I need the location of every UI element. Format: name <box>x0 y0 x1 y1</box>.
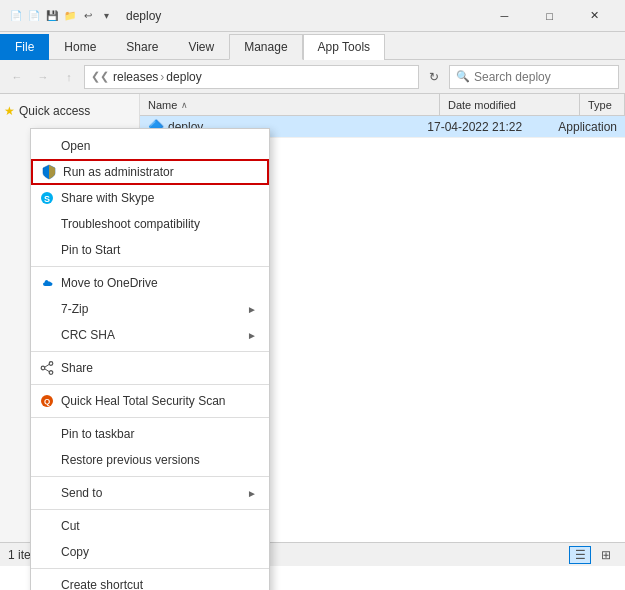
cm-troubleshoot[interactable]: Troubleshoot compatibility <box>31 211 269 237</box>
col-header-type[interactable]: Type <box>580 94 625 116</box>
svg-text:Q: Q <box>44 397 50 406</box>
search-input[interactable] <box>474 70 612 84</box>
col-header-name[interactable]: Name ∧ <box>140 94 440 116</box>
cm-sep-2 <box>31 351 269 352</box>
cm-pin-start-icon <box>39 242 55 258</box>
cm-sep-7 <box>31 568 269 569</box>
cm-share-label: Share <box>61 361 257 375</box>
cm-sep-1 <box>31 266 269 267</box>
file-type-cell: Application <box>550 120 625 134</box>
tb-icon-1: 📄 <box>8 8 24 24</box>
refresh-button[interactable]: ↻ <box>423 66 445 88</box>
cm-restore-icon <box>39 452 55 468</box>
cm-crc-sha[interactable]: CRC SHA ► <box>31 322 269 348</box>
close-button[interactable]: ✕ <box>572 0 617 32</box>
sidebar-quick-access[interactable]: ★ Quick access <box>0 100 139 122</box>
cm-pin-start[interactable]: Pin to Start <box>31 237 269 263</box>
cm-open-icon <box>39 138 55 154</box>
cm-cut[interactable]: Cut <box>31 513 269 539</box>
breadcrumb-deploy[interactable]: deploy <box>166 70 201 84</box>
star-icon: ★ <box>4 104 15 118</box>
cm-share-skype-label: Share with Skype <box>61 191 257 205</box>
cm-open-label: Open <box>61 139 257 153</box>
tab-home[interactable]: Home <box>49 34 111 60</box>
dropdown-icon[interactable]: ▾ <box>98 8 114 24</box>
file-list-header: Name ∧ Date modified Type <box>140 94 625 116</box>
cm-restore-label: Restore previous versions <box>61 453 257 467</box>
cm-pin-start-label: Pin to Start <box>61 243 257 257</box>
up-button[interactable]: ↑ <box>58 66 80 88</box>
cm-quick-heal-label: Quick Heal Total Security Scan <box>61 394 257 408</box>
address-icon: ❮❮ <box>91 70 109 83</box>
forward-button[interactable]: → <box>32 66 54 88</box>
skype-icon: S <box>39 190 55 206</box>
cm-create-shortcut[interactable]: Create shortcut <box>31 572 269 590</box>
tab-file[interactable]: File <box>0 34 49 60</box>
cm-copy-label: Copy <box>61 545 257 559</box>
tb-icon-2: 📄 <box>26 8 42 24</box>
context-menu: Open Run as administrator S Share with S… <box>30 128 270 590</box>
cm-send-to[interactable]: Send to ► <box>31 480 269 506</box>
cm-crc-label: CRC SHA <box>61 328 241 342</box>
cm-copy[interactable]: Copy <box>31 539 269 565</box>
svg-line-5 <box>45 364 50 367</box>
back-button[interactable]: ← <box>6 66 28 88</box>
col-date-label: Date modified <box>448 99 516 111</box>
cm-7zip-arrow: ► <box>247 304 257 315</box>
maximize-button[interactable]: □ <box>527 0 572 32</box>
cm-7zip[interactable]: 7-Zip ► <box>31 296 269 322</box>
cm-troubleshoot-label: Troubleshoot compatibility <box>61 217 257 231</box>
file-type: Application <box>558 120 617 134</box>
cm-share-skype[interactable]: S Share with Skype <box>31 185 269 211</box>
cm-troubleshoot-icon <box>39 216 55 232</box>
svg-line-6 <box>45 369 50 372</box>
search-icon: 🔍 <box>456 70 470 83</box>
large-icon-view-button[interactable]: ⊞ <box>595 546 617 564</box>
cm-send-to-arrow: ► <box>247 488 257 499</box>
cm-pin-taskbar[interactable]: Pin to taskbar <box>31 421 269 447</box>
share-icon <box>39 360 55 376</box>
title-bar-icons: 📄 📄 💾 📁 ↩ ▾ <box>8 8 114 24</box>
cm-cut-icon <box>39 518 55 534</box>
cm-move-onedrive[interactable]: Move to OneDrive <box>31 270 269 296</box>
col-header-date[interactable]: Date modified <box>440 94 580 116</box>
search-box[interactable]: 🔍 <box>449 65 619 89</box>
svg-point-2 <box>49 362 53 366</box>
col-name-label: Name <box>148 99 177 111</box>
address-bar: ← → ↑ ❮❮ releases › deploy ↻ 🔍 <box>0 60 625 94</box>
cm-move-onedrive-label: Move to OneDrive <box>61 276 257 290</box>
svg-point-3 <box>49 371 53 375</box>
tab-share[interactable]: Share <box>111 34 173 60</box>
sort-arrow: ∧ <box>181 100 188 110</box>
cm-share[interactable]: Share <box>31 355 269 381</box>
tab-view[interactable]: View <box>173 34 229 60</box>
cm-quick-heal[interactable]: Q Quick Heal Total Security Scan <box>31 388 269 414</box>
window-controls: ─ □ ✕ <box>482 0 617 32</box>
cm-7zip-icon <box>39 301 55 317</box>
ribbon-tabs: File Home Share View Manage App Tools <box>0 32 625 60</box>
onedrive-icon <box>39 275 55 291</box>
breadcrumb-releases[interactable]: releases <box>113 70 158 84</box>
cm-pin-taskbar-label: Pin to taskbar <box>61 427 257 441</box>
undo-icon[interactable]: ↩ <box>80 8 96 24</box>
cm-send-to-label: Send to <box>61 486 241 500</box>
quick-access-label: Quick access <box>19 104 90 118</box>
address-path[interactable]: ❮❮ releases › deploy <box>84 65 419 89</box>
cm-copy-icon <box>39 544 55 560</box>
cm-open[interactable]: Open <box>31 133 269 159</box>
tab-app-tools[interactable]: App Tools <box>303 34 385 60</box>
cm-shortcut-icon <box>39 577 55 590</box>
cm-run-as-admin[interactable]: Run as administrator <box>31 159 269 185</box>
cm-sep-6 <box>31 509 269 510</box>
cm-restore-versions[interactable]: Restore previous versions <box>31 447 269 473</box>
quickheal-icon: Q <box>39 393 55 409</box>
cm-run-as-admin-label: Run as administrator <box>63 165 255 179</box>
status-right: ☰ ⊞ <box>569 546 617 564</box>
cm-7zip-label: 7-Zip <box>61 302 241 316</box>
minimize-button[interactable]: ─ <box>482 0 527 32</box>
col-type-label: Type <box>588 99 612 111</box>
details-view-button[interactable]: ☰ <box>569 546 591 564</box>
tb-icon-4: 📁 <box>62 8 78 24</box>
tab-manage[interactable]: Manage <box>229 34 302 60</box>
cm-pin-taskbar-icon <box>39 426 55 442</box>
